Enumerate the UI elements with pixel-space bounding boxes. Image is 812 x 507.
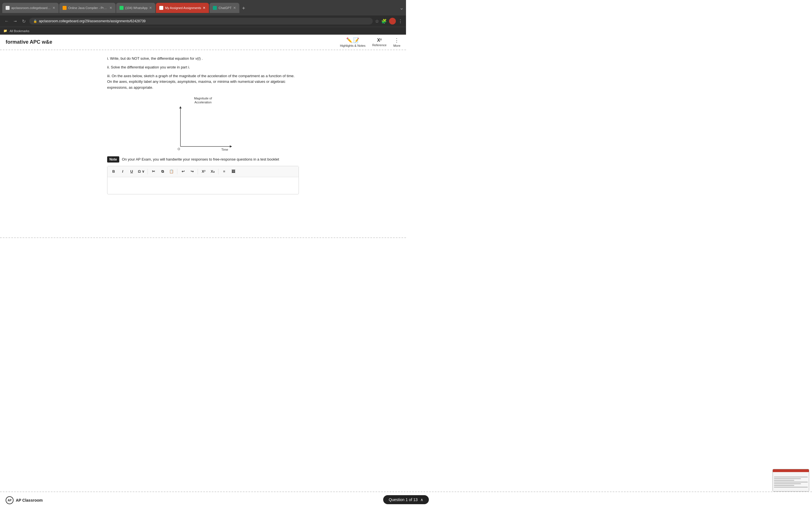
profile-avatar[interactable] [389,18,396,24]
tab-favicon [6,6,10,10]
address-bar-actions: ☆ 🧩 ⋮ [375,18,403,24]
list-button[interactable]: ≡ [220,168,228,175]
browser-menu-icon[interactable]: ⋮ [398,18,403,24]
question-part-iii: iii. On the axes below, sketch a graph o… [107,73,299,91]
bold-button[interactable]: B [110,168,117,175]
tab-close-1[interactable]: ✕ [52,6,55,10]
tab-favicon-5 [213,6,217,10]
forward-button[interactable]: → [12,18,18,24]
part-iii-label: iii. [107,74,110,78]
reference-tool[interactable]: X² Reference [372,38,387,47]
part-i-text: Write, but do NOT solve, the differentia… [110,56,203,61]
bookmarks-folder-icon: 📁 [3,29,7,33]
question-part-i: i. Write, but do NOT solve, the differen… [107,56,299,62]
back-button[interactable]: ← [3,18,10,24]
notes-icon: 📝 [353,37,359,43]
more-tabs-button[interactable]: ⌄ [400,5,404,11]
svg-text:O: O [177,147,180,151]
note-section: Note On your AP Exam, you will handwrite… [107,156,299,163]
separator-2 [177,169,177,174]
editor-wrapper: B I U Ω ∨ ✂ ⧉ 📋 ↩ ↪ X² X₂ ≡ 🖼 [107,166,299,194]
lock-icon: 🔒 [33,19,37,23]
tab-favicon-4 [159,6,163,10]
main-content: i. Write, but do NOT solve, the differen… [0,50,406,238]
tab-chatgpt[interactable]: ChatGPT ✕ [209,3,239,13]
reference-label: Reference [372,43,387,47]
tab-assigned[interactable]: My Assigned Assignments ✕ [156,3,209,13]
tab-favicon-3 [119,6,123,10]
browser-chrome: apclassroom.collegeboard.or... ✕ Online … [0,0,406,35]
pencil-icon: ✏️ [346,37,352,43]
tab-whatsapp[interactable]: (104) WhatsApp ✕ [116,3,155,13]
underline-button[interactable]: U [128,168,136,175]
graph-container: Magnitude of Acceleration O Time [163,96,243,151]
part-i-label: i. [107,56,109,61]
address-bar: ← → ↻ 🔒 apclassroom.collegeboard.org/29/… [0,15,406,27]
editor-area[interactable] [107,177,299,194]
graph-axes: O Time [169,106,237,151]
tab-close-5[interactable]: ✕ [233,6,236,10]
more-icon: ⋮ [394,37,399,43]
app-header: formative APC w&e ✏️ 📝 Highlights & Note… [0,35,406,50]
url-bar[interactable]: 🔒 apclassroom.collegeboard.org/29/assess… [29,18,373,24]
tab-title-1: apclassroom.collegeboard.or... [11,6,51,10]
svg-text:Time: Time [221,148,228,151]
reference-icon: X² [377,38,382,43]
content-body: i. Write, but do NOT solve, the differen… [101,56,305,194]
more-label: More [393,44,400,47]
tab-close-2[interactable]: ✕ [109,6,112,10]
part-iii-text: On the axes below, sketch a graph of the… [107,74,295,90]
bookmarks-bar: 📁 All Bookmarks [0,27,406,35]
redo-button[interactable]: ↪ [188,168,196,175]
note-badge: Note [107,156,119,163]
italic-button[interactable]: I [119,168,126,175]
tab-title-2: Online Java Compiler - Prog... [68,6,108,10]
more-tool[interactable]: ⋮ More [393,37,400,47]
all-bookmarks-link[interactable]: All Bookmarks [10,29,29,33]
question-part-ii: ii. Solve the differential equation you … [107,64,299,70]
paste-button[interactable]: 📋 [167,168,175,175]
tab-apclassroom[interactable]: apclassroom.collegeboard.or... ✕ [2,3,59,13]
copy-button[interactable]: ⧉ [158,168,166,175]
tab-title-3: (104) WhatsApp [125,6,147,10]
tab-close-3[interactable]: ✕ [149,6,152,10]
new-tab-button[interactable]: ＋ [240,3,247,12]
superscript-button[interactable]: X² [200,168,207,175]
separator-3 [198,169,198,174]
svg-marker-2 [179,106,182,108]
symbols-button[interactable]: Ω ∨ [137,168,146,175]
part-ii-label: ii. [107,65,110,69]
reload-button[interactable]: ↻ [20,18,27,24]
highlights-notes-tool[interactable]: ✏️ 📝 Highlights & Notes [340,37,366,47]
subscript-button[interactable]: X₂ [209,168,216,175]
tab-title-4: My Assigned Assignments [165,6,201,10]
tab-favicon-2 [63,6,66,10]
highlights-notes-icon: ✏️ 📝 [346,37,359,43]
svg-marker-3 [230,145,232,148]
separator-4 [218,169,218,174]
url-domain: apclassroom.collegeboard.org/29/assessme… [39,19,146,23]
tab-close-4[interactable]: ✕ [203,6,206,10]
bookmark-star-icon[interactable]: ☆ [375,18,379,24]
header-tools: ✏️ 📝 Highlights & Notes X² Reference ⋮ M… [340,37,400,47]
separator-1 [147,169,148,174]
image-button[interactable]: 🖼 [229,168,237,175]
extensions-icon[interactable]: 🧩 [381,18,387,24]
cut-button[interactable]: ✂ [149,168,157,175]
undo-button[interactable]: ↩ [179,168,187,175]
editor-toolbar: B I U Ω ∨ ✂ ⧉ 📋 ↩ ↪ X² X₂ ≡ 🖼 [107,166,299,177]
part-ii-text: Solve the differential equation you wrot… [111,65,190,69]
tab-java[interactable]: Online Java Compiler - Prog... ✕ [59,3,116,13]
graph-svg: O Time [169,106,237,151]
graph-y-label: Magnitude of Acceleration [163,96,243,105]
note-content: On your AP Exam, you will handwrite your… [122,157,279,161]
tab-title-5: ChatGPT [218,6,232,10]
note-text: Note On your AP Exam, you will handwrite… [107,156,299,163]
tab-bar: apclassroom.collegeboard.or... ✕ Online … [0,0,406,15]
app-title: formative APC w&e [6,39,52,45]
nav-buttons: ← → ↻ [3,18,27,24]
highlights-notes-label: Highlights & Notes [340,44,366,47]
url-text: apclassroom.collegeboard.org/29/assessme… [39,19,146,23]
